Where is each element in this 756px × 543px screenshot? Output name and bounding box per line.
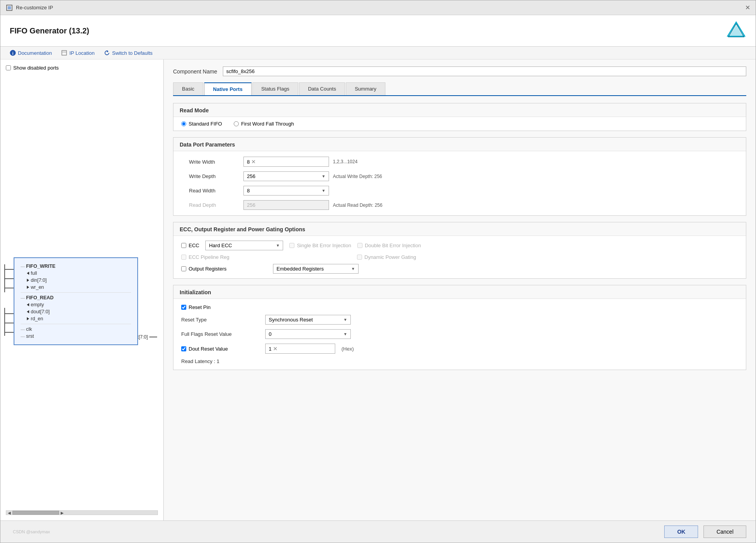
tab-native-ports[interactable]: Native Ports (204, 82, 252, 95)
component-name-label: Component Name (173, 68, 217, 75)
srst-port: — srst (21, 333, 131, 340)
show-disabled-ports-checkbox[interactable] (6, 65, 11, 70)
read-width-label: Read Width (181, 188, 243, 194)
info-icon: i (10, 50, 16, 56)
app-icon (6, 4, 13, 11)
clk-port: — clk (21, 326, 131, 333)
svg-rect-1 (8, 6, 11, 9)
initialization-title: Initialization (173, 285, 746, 299)
dynamic-power-label: Dynamic Power Gating (357, 254, 416, 260)
data-port-params-title: Data Port Parameters (173, 138, 746, 151)
svg-marker-9 (107, 50, 108, 52)
read-depth-actual: Actual Read Depth: 256 (329, 203, 738, 208)
reset-type-arrow: ▼ (343, 318, 347, 322)
window-title: Re-customize IP (16, 5, 53, 10)
dout-port: dout[7:0] (21, 308, 131, 315)
output-registers-checkbox-label[interactable]: Output Registers (181, 266, 267, 272)
ecc-checkbox-label[interactable]: ECC (181, 243, 199, 248)
write-width-clear[interactable]: ✕ (251, 159, 256, 165)
reset-type-label: Reset Type (181, 317, 259, 323)
fifo-write-label: — FIFO_WRITE (21, 263, 131, 270)
output-registers-checkbox[interactable] (181, 266, 186, 271)
write-depth-label: Write Depth (181, 173, 243, 179)
svg-rect-7 (62, 51, 66, 55)
location-icon (61, 50, 67, 56)
reset-pin-checkbox[interactable] (181, 305, 186, 310)
dout-reset-label[interactable]: Dout Reset Value (181, 346, 259, 352)
full-flags-label: Full Flags Reset Value (181, 331, 259, 337)
fifo-block: — FIFO_WRITE full din[7:0] (14, 257, 138, 345)
write-width-input[interactable]: 8 ✕ (243, 157, 329, 167)
tab-status-flags[interactable]: Status Flags (252, 82, 298, 95)
reset-pin-label[interactable]: Reset Pin (181, 304, 210, 310)
embedded-registers-dropdown[interactable]: Embedded Registers ▼ (273, 264, 359, 274)
app-title: FIFO Generator (13.2) (10, 26, 89, 35)
hard-ecc-arrow: ▼ (276, 243, 280, 248)
reset-type-dropdown[interactable]: Synchronous Reset ▼ (265, 315, 351, 325)
xilinx-logo (726, 21, 746, 41)
tab-basic[interactable]: Basic (173, 82, 203, 95)
data-port-params-section: Data Port Parameters Write Width 8 ✕ 1,2… (173, 137, 746, 216)
full-flags-dropdown[interactable]: 0 ▼ (265, 329, 351, 339)
ecc-checkbox[interactable] (181, 243, 186, 248)
read-mode-title: Read Mode (173, 103, 746, 117)
component-name-input[interactable] (223, 66, 746, 76)
ecc-section: ECC, Output Register and Power Gating Op… (173, 222, 746, 279)
sidebar-scrollbar[interactable]: ◀ ▶ (6, 510, 158, 515)
full-port: full (21, 270, 131, 277)
watermark: CSDN @sandymax (10, 529, 53, 535)
scroll-left-arrow[interactable]: ◀ (6, 511, 12, 515)
read-width-arrow: ▼ (322, 189, 326, 193)
ecc-title: ECC, Output Register and Power Gating Op… (173, 222, 746, 236)
single-bit-label: Single Bit Error Injection (289, 243, 351, 248)
write-width-label: Write Width (181, 159, 243, 165)
rd-en-port: rd_en (21, 315, 131, 322)
cancel-button[interactable]: Cancel (704, 526, 746, 538)
documentation-button[interactable]: i Documentation (10, 50, 52, 56)
hard-ecc-dropdown[interactable]: Hard ECC ▼ (205, 241, 283, 250)
scrollbar-thumb[interactable] (12, 511, 59, 515)
data-count-line (149, 337, 157, 337)
dout-reset-input[interactable]: 1 ✕ (265, 344, 335, 354)
svg-text:i: i (12, 51, 13, 56)
dout-reset-clear[interactable]: ✕ (273, 346, 278, 352)
wr-en-port: wr_en (21, 284, 131, 291)
initialization-section: Initialization Reset Pin Reset Type Sync… (173, 285, 746, 370)
empty-port: empty (21, 301, 131, 308)
ok-button[interactable]: OK (664, 526, 698, 538)
scroll-right-arrow[interactable]: ▶ (59, 511, 65, 515)
defaults-button[interactable]: Switch to Defaults (104, 50, 152, 56)
refresh-icon (104, 50, 110, 56)
write-width-hint: 1,2,3...1024 (329, 159, 738, 164)
tab-data-counts[interactable]: Data Counts (299, 82, 345, 95)
close-button[interactable]: ✕ (745, 4, 750, 11)
write-depth-dropdown[interactable]: 256 ▼ (243, 171, 329, 181)
hex-label: (Hex) (341, 346, 354, 352)
write-depth-actual: Actual Write Depth: 256 (329, 174, 738, 179)
first-word-fall-through-radio[interactable]: First Word Fall Through (234, 121, 294, 127)
read-depth-label: Read Depth (181, 202, 243, 208)
read-mode-section: Read Mode Standard FIFO First Word Fall … (173, 103, 746, 131)
full-flags-arrow: ▼ (343, 332, 347, 336)
standard-fifo-radio[interactable]: Standard FIFO (181, 121, 222, 127)
ecc-pipeline-label: ECC Pipeline Reg (181, 254, 267, 260)
embedded-registers-arrow: ▼ (351, 267, 355, 271)
fifo-read-label: — FIFO_READ (21, 294, 131, 301)
titlebar: Re-customize IP (6, 4, 53, 11)
show-disabled-ports-label[interactable]: Show disabled ports (13, 65, 59, 71)
tab-summary[interactable]: Summary (346, 82, 385, 95)
write-depth-arrow: ▼ (322, 174, 326, 178)
tabs: Basic Native Ports Status Flags Data Cou… (173, 82, 746, 96)
read-latency-label: Read Latency : 1 (181, 358, 219, 364)
din-port: din[7:0] (21, 277, 131, 284)
location-button[interactable]: IP Location (61, 50, 94, 56)
read-width-dropdown[interactable]: 8 ▼ (243, 186, 329, 196)
dout-reset-checkbox[interactable] (181, 346, 186, 351)
read-depth-input: 256 (243, 200, 329, 210)
svg-marker-3 (730, 25, 742, 35)
double-bit-label: Double Bit Error Injection (357, 243, 421, 248)
